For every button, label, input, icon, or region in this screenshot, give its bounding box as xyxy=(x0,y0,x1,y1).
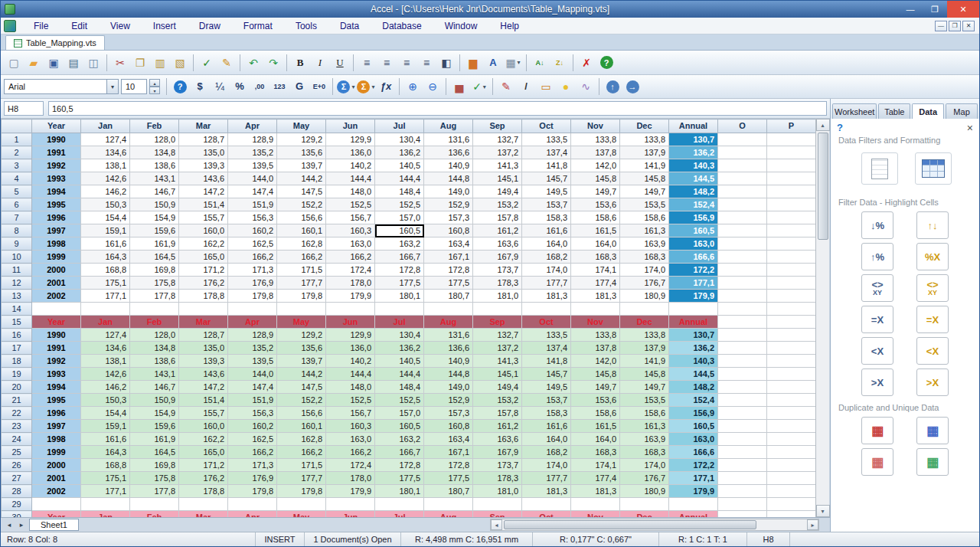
cell-L21[interactable]: 153,6 xyxy=(571,394,620,407)
cell-F22[interactable]: 156,6 xyxy=(277,407,326,420)
cell-P11[interactable] xyxy=(767,264,816,277)
cell-J18[interactable]: 141,3 xyxy=(473,355,522,368)
row-header-7[interactable]: 7 xyxy=(2,211,32,224)
cell-P9[interactable] xyxy=(767,237,816,251)
draw-line-icon[interactable]: / xyxy=(517,77,535,96)
cell-K12[interactable]: 177,7 xyxy=(522,277,571,290)
row-header-14[interactable]: 14 xyxy=(2,303,32,316)
cell-C14[interactable] xyxy=(130,303,179,316)
cell-L2[interactable]: 137,8 xyxy=(571,146,620,159)
cell-F25[interactable]: 166,2 xyxy=(277,446,326,459)
redo-icon[interactable]: ↷ xyxy=(264,54,283,72)
cell-G14[interactable] xyxy=(326,303,375,316)
align-justify-icon[interactable]: ≡ xyxy=(417,54,436,72)
cell-B22[interactable]: 154,4 xyxy=(81,407,130,420)
goto-icon[interactable]: → xyxy=(623,77,642,96)
cell-J15[interactable]: Sep xyxy=(473,316,522,329)
cell-O25[interactable] xyxy=(718,446,767,459)
cell-H12[interactable]: 177,5 xyxy=(375,277,424,290)
cell-E27[interactable]: 176,9 xyxy=(228,472,277,485)
dropdown-arrow-icon[interactable]: ▾ xyxy=(371,84,374,90)
cell-K19[interactable]: 145,7 xyxy=(522,368,571,381)
highlight-between-button[interactable]: <>XY xyxy=(916,274,949,302)
cell-B1[interactable]: 127,4 xyxy=(81,133,130,146)
cell-E7[interactable]: 156,3 xyxy=(228,211,277,224)
cell-E8[interactable]: 160,2 xyxy=(228,224,277,237)
cell-D2[interactable]: 135,0 xyxy=(179,146,228,159)
delete-icon[interactable]: ✗ xyxy=(577,54,596,72)
cell-J3[interactable]: 141,3 xyxy=(473,159,522,172)
cell-G7[interactable]: 156,7 xyxy=(326,211,375,224)
cell-J28[interactable]: 181,0 xyxy=(473,485,522,498)
panel-tab-map[interactable]: Map xyxy=(946,103,978,119)
highlight-equal-button[interactable]: =X xyxy=(916,306,949,333)
cell-N22[interactable]: 156,9 xyxy=(669,407,718,420)
cell-I28[interactable]: 180,7 xyxy=(424,485,473,498)
cell-M9[interactable]: 163,9 xyxy=(620,237,669,251)
cell-L20[interactable]: 149,7 xyxy=(571,381,620,394)
number-format-icon[interactable]: 123 xyxy=(270,77,289,96)
cell-N20[interactable]: 148,2 xyxy=(669,381,718,394)
maximize-button[interactable]: ❐ xyxy=(923,1,947,18)
decimal-format-icon[interactable]: ,00 xyxy=(250,77,269,96)
document-close-button[interactable]: ✕ xyxy=(962,21,975,31)
cell-I26[interactable]: 172,8 xyxy=(424,459,473,472)
cell-H20[interactable]: 148,4 xyxy=(375,381,424,394)
cell-G30[interactable]: Jun xyxy=(326,511,375,518)
cell-B26[interactable]: 168,8 xyxy=(81,459,130,472)
cell-M8[interactable]: 161,3 xyxy=(620,224,669,237)
vertical-scrollbar[interactable]: ▴ ▾ xyxy=(815,119,829,517)
row-header-30[interactable]: 30 xyxy=(2,511,32,518)
cell-L29[interactable] xyxy=(571,498,620,511)
cell-E15[interactable]: Apr xyxy=(228,316,277,329)
align-left-icon[interactable]: ≡ xyxy=(358,54,376,72)
cell-K14[interactable] xyxy=(522,303,571,316)
cell-A16[interactable]: 1990 xyxy=(32,329,81,342)
cell-K22[interactable]: 158,3 xyxy=(522,407,571,420)
cell-F23[interactable]: 160,1 xyxy=(277,420,326,433)
cell-C3[interactable]: 138,6 xyxy=(130,159,179,172)
cell-M5[interactable]: 149,7 xyxy=(620,185,669,198)
cell-O27[interactable] xyxy=(718,472,767,485)
cell-H24[interactable]: 163,2 xyxy=(375,433,424,446)
cell-J4[interactable]: 145,1 xyxy=(473,172,522,185)
font-size-input[interactable]: 10 xyxy=(121,79,147,94)
cell-B5[interactable]: 146,2 xyxy=(81,185,130,198)
cell-K9[interactable]: 164,0 xyxy=(522,237,571,251)
menu-data[interactable]: Data xyxy=(328,18,371,34)
print-icon[interactable]: ▤ xyxy=(64,54,83,72)
cell-J22[interactable]: 157,8 xyxy=(473,407,522,420)
cell-B30[interactable]: Jan xyxy=(81,511,130,518)
italic-icon[interactable]: I xyxy=(311,54,329,72)
cell-C18[interactable]: 138,6 xyxy=(130,355,179,368)
cell-H28[interactable]: 180,1 xyxy=(375,485,424,498)
cell-F11[interactable]: 171,5 xyxy=(277,264,326,277)
bold-icon[interactable]: B xyxy=(291,54,309,72)
cell-M6[interactable]: 153,5 xyxy=(620,198,669,211)
cell-L10[interactable]: 168,3 xyxy=(571,251,620,264)
cell-J7[interactable]: 157,8 xyxy=(473,211,522,224)
cell-L7[interactable]: 158,6 xyxy=(571,211,620,224)
cell-N14[interactable] xyxy=(669,303,718,316)
cell-A7[interactable]: 1996 xyxy=(32,211,81,224)
cell-I21[interactable]: 152,9 xyxy=(424,394,473,407)
cell-H4[interactable]: 144,4 xyxy=(375,172,424,185)
cell-D18[interactable]: 139,3 xyxy=(179,355,228,368)
cell-C19[interactable]: 143,1 xyxy=(130,368,179,381)
cell-N26[interactable]: 172,2 xyxy=(669,459,718,472)
cell-N8[interactable]: 160,5 xyxy=(669,224,718,237)
cell-K27[interactable]: 177,7 xyxy=(522,472,571,485)
cell-A10[interactable]: 1999 xyxy=(32,251,81,264)
cell-M15[interactable]: Dec xyxy=(620,316,669,329)
cell-O26[interactable] xyxy=(718,459,767,472)
cell-E12[interactable]: 176,9 xyxy=(228,277,277,290)
cell-H18[interactable]: 140,5 xyxy=(375,355,424,368)
cell-O18[interactable] xyxy=(718,355,767,368)
cell-L25[interactable]: 168,3 xyxy=(571,446,620,459)
cell-C9[interactable]: 161,9 xyxy=(130,237,179,251)
menu-window[interactable]: Window xyxy=(433,18,489,34)
cell-A26[interactable]: 2000 xyxy=(32,459,81,472)
cell-J13[interactable]: 181,0 xyxy=(473,290,522,303)
cell-L4[interactable]: 145,8 xyxy=(571,172,620,185)
cell-F29[interactable] xyxy=(277,498,326,511)
